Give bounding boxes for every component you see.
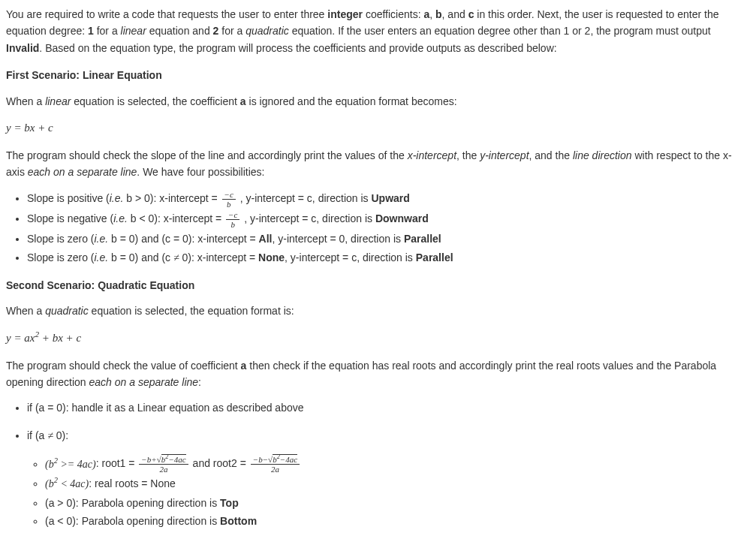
ie: i.e. [110,192,124,204]
text: The program should check the value of co… [6,360,241,372]
each-separate-line: each on a separate line [89,376,199,388]
quadratic-equation: y = ax2 + bx + c [6,329,747,347]
scenario1-p1: When a linear equation is selected, the … [6,93,747,110]
text: : [198,376,201,388]
y-intercept: y-intercept [480,149,529,161]
text: coefficients: [363,8,423,20]
text: (b [45,478,54,489]
direction: Bottom [220,515,257,527]
direction: Top [220,497,239,509]
text: , y-intercept = c, direction is [285,251,416,263]
sqrt: b2−4ac [268,454,297,464]
word-linear: linear [45,95,71,107]
text: equation. If the user enters an equation… [289,25,711,37]
intro-paragraph: You are required to write a code that re… [6,6,747,56]
condition: (b2 >= 4ac) [45,459,96,470]
text: Slope is positive ( [27,192,110,204]
text: Slope is zero ( [27,251,94,263]
text: , y-intercept = 0, direction is [272,233,403,245]
text: b > 0): x-intercept = [123,192,220,204]
neq: ≠ [173,252,179,263]
denominator: b [226,220,239,229]
text: , [429,8,435,20]
direction: Parallel [404,233,441,245]
text: −b+ [141,455,156,464]
sqrt-content: b2−4ac [273,454,297,464]
text: , y-intercept = c, direction is [237,192,372,204]
text: −4ac [280,455,297,464]
numerator: −c [226,210,239,220]
word-linear: linear [121,25,146,37]
text: −4ac [168,455,185,464]
text: equation is selected, the equation forma… [89,305,294,317]
text: < 4ac) [58,478,89,489]
root1-fraction: −b+b2−4ac2a [139,455,188,474]
ie: i.e. [94,233,108,245]
text: , the [456,149,480,161]
text: The program should check the slope of th… [6,149,408,161]
text: . We have four possibilities: [137,166,264,178]
list-item: Slope is positive (i.e. b > 0): x-interc… [27,190,747,209]
text: b = 0) and (c [108,251,173,263]
word-quadratic: quadratic [245,25,289,37]
list-item: (a > 0): Parabola opening direction is T… [45,495,747,511]
fraction: −cb [226,210,239,229]
text: −b− [253,455,268,464]
text: b = 0) and (c = 0): x-intercept = [108,233,258,245]
numerator: −c [222,190,236,200]
condition: (b2 < 4ac) [45,478,89,489]
text: When a [6,305,45,317]
text: 0): [53,429,68,441]
scenario2-outer-bullets: if (a = 0): handle it as a Linear equati… [27,399,747,444]
list-item: (b2 < 4ac): real roots = None [45,475,747,492]
list-item-roots: (b2 >= 4ac): root1 = −b+b2−4ac2a and roo… [45,455,747,474]
text: You are required to write a code that re… [6,8,327,20]
denominator: 2a [139,465,188,474]
scenario2-p2: The program should check the value of co… [6,357,747,391]
list-item: Slope is zero (i.e. b = 0) and (c = 0): … [27,230,747,247]
text: equation is selected, the coefficient [71,95,239,107]
x-intercept: x-intercept [408,149,456,161]
text: (a > 0): Parabola opening direction is [45,497,220,509]
text: . Based on the equation type, the progra… [39,42,556,54]
scenario2-inner-bullets: (b2 >= 4ac): root1 = −b+b2−4ac2a and roo… [45,455,747,529]
text: >= 4ac) [58,459,96,470]
text: : real roots = None [89,477,176,489]
ie: i.e. [113,212,128,224]
denominator: b [222,200,236,209]
root2-fraction: −b−b2−4ac2a [251,455,300,474]
text: b < 0): x-intercept = [128,212,224,224]
scenario1-heading: First Scenario: Linear Equation [6,67,747,83]
list-item: if (a ≠ 0): [27,427,747,444]
direction: Upward [371,192,409,204]
text: When a [6,95,45,107]
word-integer: integer [327,8,363,20]
neq: ≠ [47,430,53,441]
scenario2-heading: Second Scenario: Quadratic Equation [6,277,747,294]
ie: i.e. [94,251,108,263]
eq-part: + bx + c [39,332,81,344]
text: 0): x-intercept = [179,251,258,263]
word-invalid: Invalid [6,42,39,54]
text: , and the [529,149,573,161]
list-item: if (a = 0): handle it as a Linear equati… [27,399,747,416]
numerator: −b−b2−4ac [251,455,300,465]
fraction: −cb [222,190,236,209]
coef-b: b [435,8,442,20]
none: None [258,251,285,263]
text: and root2 = [190,458,249,470]
text: Slope is negative ( [27,212,113,224]
direction: Downward [375,212,429,224]
text: (b [45,459,54,470]
numerator: −b+b2−4ac [139,455,188,465]
text: (a < 0): Parabola opening direction is [45,515,220,527]
document-content: You are required to write a code that re… [6,6,747,530]
list-item: Slope is zero (i.e. b = 0) and (c ≠ 0): … [27,249,747,266]
linear-equation: y = bx + c [6,119,747,137]
sqrt: b2−4ac [157,454,186,464]
list-item: (a < 0): Parabola opening direction is B… [45,513,747,529]
list-item: Slope is negative (i.e. b < 0): x-interc… [27,210,747,229]
sqrt-content: b2−4ac [161,454,186,464]
all: All [259,233,273,245]
text: , and [442,8,468,20]
